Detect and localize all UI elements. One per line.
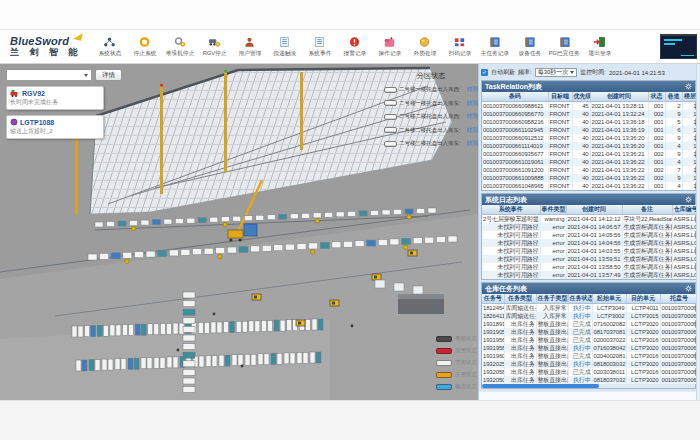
table-row[interactable]: 未找到可用路径error2021-04-01 14:05:56生成货柜调库任务推…: [482, 231, 698, 239]
table-row[interactable]: 未找到可用路径error2021-04-01 14:04:56生成货柜调库任务推…: [482, 239, 698, 247]
table-cell: 0010037000661102945: [482, 126, 548, 134]
table-cell: 0010037000661019061: [482, 158, 548, 166]
table-row[interactable]: 1931956出库任务整板直接出库已完成0200037022LCTP301600…: [482, 336, 698, 344]
system-event-icon: [313, 36, 326, 48]
toolbar-user-management[interactable]: 用户管理: [232, 36, 267, 58]
toolbar-operation-records[interactable]: 操作记录: [372, 36, 407, 58]
table-cell: 0010037000660956770: [482, 110, 548, 118]
table-row[interactable]: 1826411库间输送任务入库异常执行中LCTP3002LCTP30150010…: [482, 312, 698, 320]
scrollbar-thumb[interactable]: [482, 384, 599, 388]
zone-goto-link[interactable]: 转到: [466, 139, 478, 148]
table-cell: 0010037000660: [660, 368, 698, 376]
table-row[interactable]: 0010037000660935677FRONT402021-04-01 13:…: [482, 150, 698, 158]
zone-goto-link[interactable]: 转到: [466, 99, 478, 108]
table-cell: ASRS,LG2: [672, 255, 698, 263]
table-settings-icon[interactable]: [685, 285, 692, 292]
zone-toggle[interactable]: [384, 114, 397, 120]
toolbar-stop-system[interactable]: 停止系统: [127, 36, 162, 58]
table-cell: 9: [665, 150, 682, 158]
toolbar-pg-finished-tasks[interactable]: PG已完任务: [547, 36, 582, 58]
table-row[interactable]: 0010037000661114019FRONT402021-04-01 13:…: [482, 142, 698, 150]
table-row[interactable]: 1931958出库任务整板直接出库执行中0716038042LCTP302000…: [482, 344, 698, 352]
table-row[interactable]: 0010037000661009888FRONT402021-04-01 13:…: [482, 174, 698, 182]
table-cell: 2021-04-01 13:36:21: [590, 150, 648, 158]
toolbar-scan-records[interactable]: 扫码记录: [442, 36, 477, 58]
toolbar-dispatch-trigger[interactable]: 投递触发: [267, 36, 302, 58]
table-cell: error: [540, 231, 566, 239]
table-row[interactable]: 1932058出库任务整板直接出库已完成0203038011LCTP301600…: [482, 368, 698, 376]
table-cell: 出库任务: [504, 360, 536, 368]
toolbar-external-handling[interactable]: 外协处理: [407, 36, 442, 58]
toolbar-alarm-records[interactable]: 报警记录: [337, 36, 372, 58]
toolbar-rgv-stop[interactable]: RGV停止: [197, 36, 232, 58]
table-row[interactable]: 未找到可用路径error2021-04-01 13:58:50生成货柜调库任务推…: [482, 263, 698, 271]
table-row[interactable]: 0010037000661048965FRONT402021-04-01 13:…: [482, 182, 698, 190]
warehouse-3d-viewport[interactable]: 详情 RGV92 长时间未完成任务 LGTP1088 输送上货超时_2: [0, 64, 478, 400]
table-cell: 2021-04-01 14:03:55: [566, 247, 622, 255]
vertical-scrollbar-track[interactable]: [696, 64, 700, 400]
table-cell: 未找到可用路径: [482, 231, 540, 239]
zone-toggle[interactable]: [384, 100, 397, 106]
detail-button[interactable]: 详情: [95, 69, 122, 81]
external-handle-icon: [418, 36, 431, 48]
table-row[interactable]: 1812454库间输送任务入库异常执行中LCTP3049LCTP40110010…: [482, 304, 698, 313]
table-row[interactable]: 0010037000661019061FRONT402021-04-01 13:…: [482, 158, 698, 166]
table-cell: 0716038042: [592, 344, 626, 352]
table-cell: 入库异常: [536, 304, 568, 313]
table-row[interactable]: 未找到可用路径error2021-04-01 14:06:57生成货柜调库任务推…: [482, 223, 698, 231]
table-row[interactable]: 0010037000660958216FRONT402021-04-01 13:…: [482, 118, 698, 126]
toolbar-system-events[interactable]: 系统事件: [302, 36, 337, 58]
alert-card-rgv[interactable]: RGV92 长时间未完成任务: [6, 86, 104, 110]
brand-arrow-icon: [73, 31, 82, 40]
table-row[interactable]: 未找到可用路径error2021-04-01 14:03:55生成货柜调库任务推…: [482, 247, 698, 255]
table-cell: 2021-04-01 13:36:22: [590, 166, 648, 174]
table-row[interactable]: 0010037000661102945FRONT402021-04-01 13:…: [482, 126, 698, 134]
table-row[interactable]: 未找到可用路径error2021-04-01 13:59:51生成货柜调库任务推…: [482, 255, 698, 263]
zone-toggle[interactable]: [384, 141, 397, 147]
table-row[interactable]: 1931960出库任务整板直接出库已完成0204002081LCTP301600…: [482, 352, 698, 360]
table-cell: 生成货柜调库任务推送: [622, 247, 672, 255]
warehouse-task-table: 仓库任务列表 任务号任务类型任务子类型任务状态起始单元目的单元托盘号181245…: [481, 282, 696, 389]
monitor-bar: ✓ 自动刷新 频率: 每30秒一次 监控时间: 2021-04-01 14:21…: [481, 66, 696, 79]
table-row[interactable]: 0010037000661091200FRONT402021-04-01 13:…: [482, 166, 698, 174]
table-row[interactable]: 0010037000660988621FRONT452021-04-01 13:…: [482, 102, 698, 111]
table-row[interactable]: 2号七层穿梭车超时提示:等待超时warning2021-04-01 14:12:…: [482, 215, 698, 224]
column-header: 系统事件: [482, 205, 540, 215]
device-select-dropdown[interactable]: [6, 69, 92, 81]
table-cell: 生成货柜调库任务推送: [622, 255, 672, 263]
table-cell: 45: [572, 102, 590, 111]
table-row[interactable]: 1932025出库任务整板直接出库执行中0818003032LCTP302000…: [482, 360, 698, 368]
toolbar-main-task-records[interactable]: 主任务记录: [477, 36, 512, 58]
table-row[interactable]: 1931891出库任务整板直接出库已完成0716002082LCTP302000…: [482, 320, 698, 328]
table-cell: 字块号22,ReadStatus: [622, 215, 672, 224]
refresh-frequency-select[interactable]: 每30秒一次: [535, 68, 578, 77]
brand-logo: BlueSword 兰 剑 智 能: [4, 36, 92, 58]
table-row[interactable]: 未找到可用路径error2021-04-01 13:57:49生成货柜调库任务推…: [482, 271, 698, 279]
toolbar-logout[interactable]: 退出登录: [582, 36, 617, 58]
table-cell: 1932025: [482, 360, 504, 368]
status-mini-panel[interactable]: [660, 34, 697, 59]
table-row[interactable]: 0010037000660912512FRONT402021-04-01 13:…: [482, 134, 698, 142]
alert-card-lgtp[interactable]: LGTP1088 输送上货超时_2: [6, 115, 104, 139]
table-row[interactable]: 1932050出库任务整板直接出库执行中0818037032LCTP302000…: [482, 376, 698, 384]
horizontal-scrollbar[interactable]: [482, 384, 695, 388]
table-row[interactable]: 0010037000660956770FRONT402021-04-01 13:…: [482, 110, 698, 118]
table-cell: 9: [665, 134, 682, 142]
table-settings-icon[interactable]: [685, 83, 692, 90]
zone-goto-link[interactable]: 转到: [466, 126, 478, 135]
table-cell: 2号七层穿梭车超时提示:等待超时: [482, 215, 540, 224]
table-cell: 执行中: [568, 312, 592, 320]
zone-goto-link[interactable]: 转到: [466, 85, 478, 94]
table-row[interactable]: 1931905出库任务整板直接出库已完成0817037081LCTP302000…: [482, 328, 698, 336]
zone-toggle[interactable]: [384, 127, 397, 133]
zone-toggle[interactable]: [384, 87, 397, 93]
table-cell: ASRS,LG2: [672, 239, 698, 247]
table-settings-icon[interactable]: [685, 196, 692, 203]
toolbar-device-tasks[interactable]: 设备任务: [512, 36, 547, 58]
toolbar-system-status[interactable]: 系统状态: [92, 36, 127, 58]
toolbar-stacker-stop[interactable]: 堆垛机停止: [162, 36, 197, 58]
zone-goto-link[interactable]: 转到: [466, 112, 478, 121]
task-relation-table: TaskRelation列表 条码目标端优先级创建时间状态巷道楼层0010037…: [481, 80, 696, 191]
auto-refresh-checkbox[interactable]: ✓: [481, 69, 488, 76]
table-cell: 7: [665, 166, 682, 174]
